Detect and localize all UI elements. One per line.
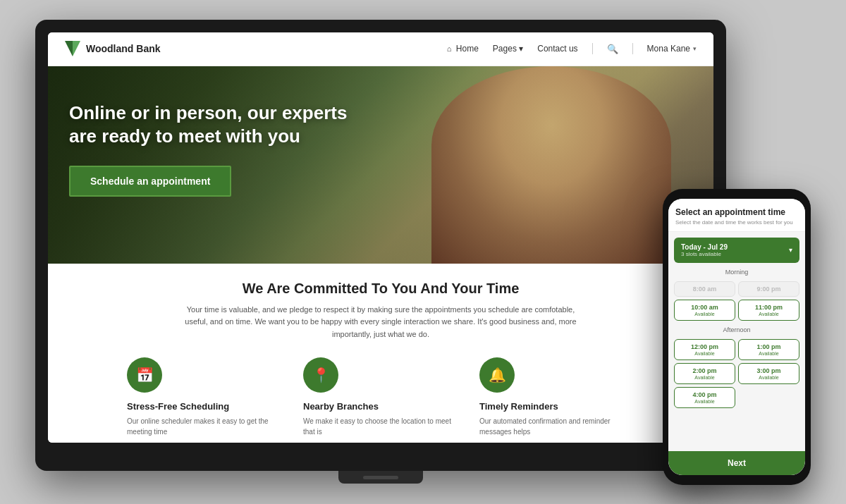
hero-content: Online or in person, our experts are rea… [48, 66, 713, 219]
bell-icon: 🔔 [479, 357, 515, 393]
website: Woodland Bank ⌂ Home Pages ▾ Co [48, 32, 713, 443]
morning-slots: 8:00 am 9:00 pm 10:00 am Available 11:00… [674, 281, 799, 321]
next-button[interactable]: Next [668, 451, 805, 475]
logo: Woodland Bank [65, 41, 161, 56]
hero-title: Online or in person, our experts are rea… [69, 102, 365, 149]
time-slot-1200[interactable]: 12:00 pm Available [674, 339, 735, 360]
date-chevron-icon: ▾ [789, 246, 792, 254]
logo-right [73, 41, 80, 56]
search-icon[interactable]: 🔍 [607, 44, 618, 54]
date-selector[interactable]: Today - Jul 29 3 slots available ▾ [674, 238, 799, 263]
time-slot-300[interactable]: 3:00 pm Available [738, 363, 799, 384]
hero-section: Online or in person, our experts are rea… [48, 66, 713, 264]
user-menu[interactable]: Mona Kane ▾ [647, 44, 697, 54]
chevron-down-icon: ▾ [519, 44, 523, 54]
nav-divider2 [632, 43, 633, 54]
phone-body: Today - Jul 29 3 slots available ▾ Morni… [668, 232, 805, 451]
logo-icon [65, 41, 80, 56]
logo-left [65, 41, 73, 56]
laptop-base [338, 471, 423, 484]
nav-divider [592, 43, 593, 54]
phone-device: Select an appointment time Select the da… [663, 189, 811, 485]
nav-links: ⌂ Home Pages ▾ Contact us 🔍 [447, 43, 697, 54]
calendar-icon: 📅 [127, 357, 162, 393]
time-slot-100[interactable]: 1:00 pm Available [738, 339, 799, 360]
nav-contact[interactable]: Contact us [537, 44, 577, 54]
feature-reminders: 🔔 Timely Reminders Our automated confirm… [479, 357, 634, 437]
time-slot-900[interactable]: 9:00 pm [738, 281, 799, 297]
feature-reminders-desc: Our automated confirmation and reminder … [479, 416, 634, 437]
features-list: 📅 Stress-Free Scheduling Our online sche… [69, 357, 692, 437]
location-icon: 📍 [303, 357, 338, 393]
morning-label: Morning [674, 267, 799, 277]
feature-scheduling-desc: Our online scheduler makes it easy to ge… [127, 416, 282, 437]
user-name: Mona Kane [647, 44, 690, 54]
laptop-device: Woodland Bank ⌂ Home Pages ▾ Co [35, 20, 726, 471]
time-slot-1000[interactable]: 10:00 am Available [674, 300, 735, 321]
phone-header-title: Select an appointment time [675, 207, 798, 217]
phone-header: Select an appointment time Select the da… [668, 199, 805, 232]
content-section: We Are Committed To You And Your Time Yo… [48, 264, 713, 443]
section-title: We Are Committed To You And Your Time [69, 281, 692, 297]
time-slot-400[interactable]: 4:00 pm Available [674, 387, 735, 408]
feature-branches-title: Nearby Branches [303, 401, 458, 412]
afternoon-label: Afternoon [674, 325, 799, 335]
date-selector-content: Today - Jul 29 3 slots available [681, 243, 728, 257]
phone-screen: Select an appointment time Select the da… [668, 199, 805, 475]
schedule-appointment-button[interactable]: Schedule an appointment [69, 166, 231, 197]
feature-scheduling-title: Stress-Free Scheduling [127, 401, 282, 412]
date-slots: 3 slots available [681, 251, 728, 257]
feature-reminders-title: Timely Reminders [479, 401, 634, 412]
feature-branches: 📍 Nearby Branches We make it easy to cho… [303, 357, 458, 437]
feature-branches-desc: We make it easy to choose the location t… [303, 416, 458, 437]
feature-scheduling: 📅 Stress-Free Scheduling Our online sche… [127, 357, 282, 437]
time-slot-200[interactable]: 2:00 pm Available [674, 363, 735, 384]
nav-home[interactable]: ⌂ Home [447, 44, 479, 54]
laptop-screen: Woodland Bank ⌂ Home Pages ▾ Co [48, 32, 713, 443]
scene: Woodland Bank ⌂ Home Pages ▾ Co [35, 20, 811, 485]
time-slot-1100[interactable]: 11:00 pm Available [738, 300, 799, 321]
date-label: Today - Jul 29 [681, 243, 728, 251]
time-slot-800[interactable]: 8:00 am [674, 281, 735, 297]
user-chevron-icon: ▾ [693, 45, 697, 52]
nav-pages[interactable]: Pages ▾ [493, 44, 523, 54]
navigation: Woodland Bank ⌂ Home Pages ▾ Co [48, 32, 713, 66]
section-description: Your time is valuable, and we pledge to … [183, 304, 578, 341]
afternoon-slots: 12:00 pm Available 1:00 pm Available 2:0… [674, 339, 799, 408]
laptop-bottom-bar [363, 476, 398, 479]
phone-header-subtitle: Select the date and time the works best … [675, 219, 798, 226]
logo-text: Woodland Bank [86, 43, 161, 54]
home-icon: ⌂ [447, 44, 452, 53]
